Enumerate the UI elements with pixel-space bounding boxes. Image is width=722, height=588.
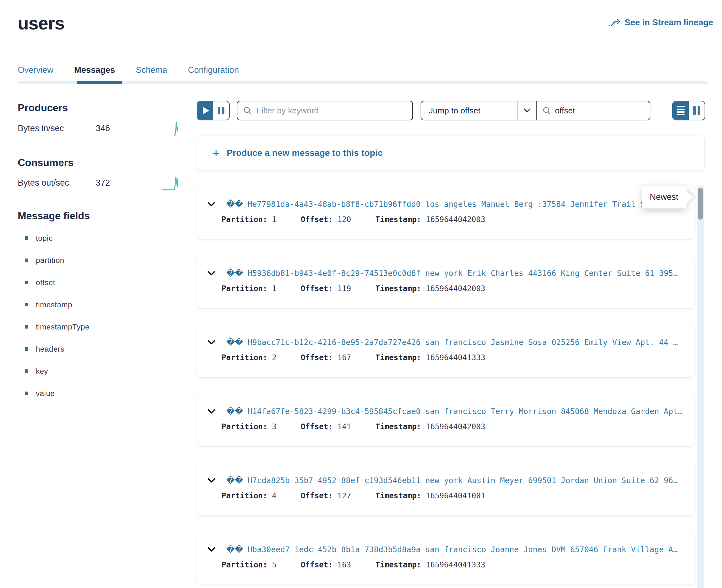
partition-value: 4 [272, 491, 276, 500]
producers-heading: Producers [18, 102, 68, 114]
newest-tooltip: Newest [642, 186, 686, 208]
key-binary-glyphs: �� [226, 545, 243, 554]
page-title: users [18, 13, 64, 34]
bullet-icon [25, 325, 28, 329]
message-row[interactable]: �� H5936db81-b943-4e0f-8c29-74513e0c0d8f… [197, 255, 695, 309]
list-item: topic [18, 234, 89, 256]
message-fields-list: topic partition offset timestamp timesta… [18, 234, 89, 411]
pause-icon [218, 107, 224, 114]
key-binary-glyphs: �� [226, 406, 243, 416]
offset-value: 127 [337, 491, 351, 500]
message-key: H14fa67fe-5823-4299-b3c4-595845cfcae0 sa… [248, 407, 682, 416]
newest-tooltip-label: Newest [650, 192, 678, 202]
list-item: key [18, 367, 89, 389]
stream-lineage-icon [609, 18, 621, 27]
partition-value: 1 [272, 284, 276, 293]
play-button[interactable] [198, 101, 213, 120]
play-icon [203, 107, 209, 114]
list-item: headers [18, 345, 89, 367]
produce-message-button[interactable]: + Produce a new message to this topic [197, 135, 705, 170]
partition-label: Partition: [222, 491, 268, 500]
timestamp-value: 1659644042003 [426, 215, 485, 224]
jump-offset-select[interactable]: Jump to offset [421, 101, 518, 120]
tab-configuration[interactable]: Configuration [188, 65, 239, 75]
tab-bar: Overview Messages Schema Configuration [18, 65, 258, 75]
key-binary-glyphs: �� [226, 268, 243, 278]
chevron-down-icon[interactable] [207, 409, 215, 414]
timestamp-label: Timestamp: [375, 353, 421, 362]
timestamp-value: 1659644042003 [426, 284, 485, 293]
tab-overview[interactable]: Overview [18, 65, 54, 75]
stream-lineage-link[interactable]: See in Stream lineage [609, 18, 713, 27]
partition-label: Partition: [222, 353, 268, 362]
timestamp-label: Timestamp: [375, 215, 421, 224]
search-icon [542, 106, 551, 115]
message-row[interactable]: �� H7cda825b-35b7-4952-88ef-c193d546eb11… [197, 462, 695, 516]
message-list: �� He77981da-4a43-48ab-b8f8-cb71b96ffdd0… [197, 186, 705, 585]
offset-label: Offset: [301, 491, 333, 500]
partition-label: Partition: [222, 422, 268, 431]
bullet-icon [25, 370, 28, 373]
partition-value: 1 [272, 215, 276, 224]
bytes-in-sparkline [173, 121, 180, 136]
partition-label: Partition: [222, 561, 268, 569]
list-item: partition [18, 256, 89, 278]
messages-toolbar: Jump to offset offset [197, 101, 705, 120]
offset-label: Offset: [301, 561, 333, 569]
jump-to-offset-control: Jump to offset offset [420, 101, 651, 120]
sidebar: Producers Bytes in/sec 346 Consumers Byt… [18, 101, 192, 576]
tab-underline-active [77, 81, 122, 84]
chevron-down-icon[interactable] [207, 340, 215, 345]
message-key: He77981da-4a43-48ab-b8f8-cb71b96ffdd0 lo… [248, 200, 645, 209]
message-key: Hba30eed7-1edc-452b-8b1a-738d3b5d8a9a sa… [248, 545, 678, 554]
offset-label: Offset: [301, 422, 333, 431]
scrollbar-thumb[interactable] [698, 188, 703, 219]
timestamp-value: 1659644041333 [426, 561, 485, 569]
offset-value: 163 [337, 561, 351, 569]
message-row[interactable]: �� H9bacc71c-b12c-4216-8e95-2a7da727e426… [197, 324, 695, 378]
list-item: timestampType [18, 322, 89, 345]
offset-value: 120 [337, 215, 351, 224]
timestamp-value: 1659644042003 [426, 422, 485, 431]
search-icon [243, 106, 252, 115]
timestamp-value: 1659644041333 [426, 353, 485, 362]
filter-keyword-input[interactable] [256, 106, 409, 115]
message-row[interactable]: �� Hba30eed7-1edc-452b-8b1a-738d3b5d8a9a… [197, 531, 695, 585]
message-row[interactable]: �� H14fa67fe-5823-4299-b3c4-595845cfcae0… [197, 393, 695, 447]
chevron-down-icon[interactable] [207, 478, 215, 483]
chevron-down-icon[interactable] [207, 271, 215, 276]
timestamp-label: Timestamp: [375, 491, 421, 500]
column-view-button[interactable] [689, 101, 705, 120]
offset-search-box[interactable]: offset [537, 101, 650, 120]
tab-schema[interactable]: Schema [136, 65, 167, 75]
list-item: value [18, 389, 89, 411]
list-view-button[interactable] [673, 101, 689, 120]
bytes-out-value: 372 [96, 178, 110, 188]
bullet-icon [25, 347, 28, 351]
offset-value: 167 [337, 353, 351, 362]
message-row[interactable]: �� He77981da-4a43-48ab-b8f8-cb71b96ffdd0… [197, 186, 695, 239]
bullet-icon [25, 281, 28, 284]
offset-label: Offset: [301, 353, 333, 362]
chevron-down-icon[interactable] [207, 202, 215, 207]
bullet-icon [25, 258, 28, 262]
message-fields-heading: Message fields [18, 210, 90, 222]
select-chevron-button[interactable] [518, 101, 536, 120]
consumers-heading: Consumers [18, 157, 74, 169]
chevron-down-icon [523, 108, 531, 113]
column-view-icon [693, 106, 700, 115]
message-key: H9bacc71c-b12c-4216-8e95-2a7da727e426 sa… [248, 338, 678, 347]
tab-messages[interactable]: Messages [74, 65, 115, 75]
pause-button[interactable] [213, 101, 229, 120]
timestamp-label: Timestamp: [375, 284, 421, 293]
view-mode-toggle [672, 101, 705, 120]
plus-icon: + [212, 147, 220, 159]
chevron-down-icon[interactable] [207, 547, 215, 552]
partition-label: Partition: [222, 215, 268, 224]
key-binary-glyphs: �� [226, 199, 243, 209]
bytes-in-value: 346 [96, 124, 110, 133]
play-pause-toggle [197, 101, 230, 120]
timestamp-value: 1659644041001 [426, 491, 485, 500]
bullet-icon [25, 236, 28, 240]
key-binary-glyphs: �� [226, 476, 243, 485]
